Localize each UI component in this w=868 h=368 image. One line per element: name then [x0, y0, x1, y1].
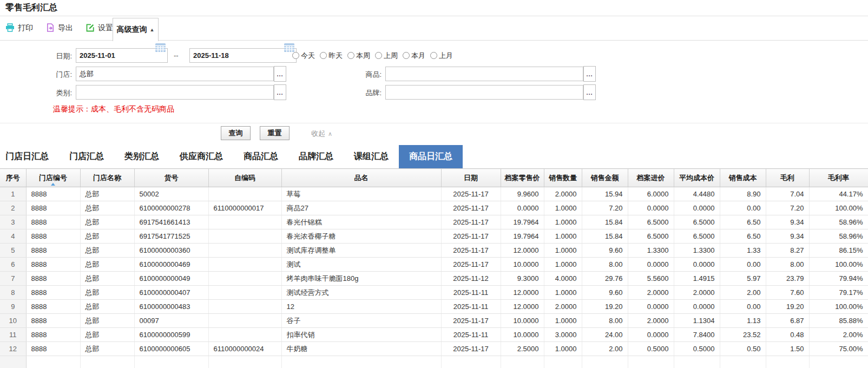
- tab-brand[interactable]: 品牌汇总: [288, 145, 344, 168]
- table-cell: [208, 215, 281, 229]
- column-header-5[interactable]: 品名: [281, 169, 441, 187]
- tab-product-daily[interactable]: 商品日汇总: [399, 145, 463, 168]
- column-header-2[interactable]: 门店名称: [80, 169, 134, 187]
- table-cell: 6.5000: [628, 229, 674, 244]
- table-cell: [208, 229, 281, 244]
- table-row[interactable]: 68888总部6100000000469测试2025-11-1710.00001…: [0, 258, 868, 272]
- tab-supplier[interactable]: 供应商汇总: [169, 145, 233, 168]
- table-cell: 6100000000049: [134, 272, 208, 286]
- table-cell: 6917541771525: [134, 229, 208, 244]
- store-label: 门店:: [49, 70, 72, 80]
- column-header-10[interactable]: 档案进价: [628, 169, 674, 187]
- table-row[interactable]: 18888总部50002草莓2025-11-179.96002.000015.9…: [0, 187, 868, 201]
- settings-button[interactable]: 设置: [86, 23, 113, 34]
- date-from-input[interactable]: [76, 48, 168, 63]
- table-cell: 44.17%: [809, 187, 868, 201]
- table-cell: 8888: [26, 342, 80, 356]
- radio-last-month[interactable]: 上月: [430, 51, 453, 61]
- category-input[interactable]: [76, 85, 274, 100]
- category-picker-button[interactable]: ...: [274, 84, 286, 100]
- table-cell: [208, 328, 281, 342]
- table-row[interactable]: 48888总部6917541771525春光浓香椰子糖2025-11-1719.…: [0, 229, 868, 244]
- table-cell: 草莓: [281, 187, 441, 201]
- brand-picker-button[interactable]: ...: [583, 84, 596, 100]
- table-row[interactable]: 118888总部6100000000599扣率代销2025-11-1110.00…: [0, 328, 868, 342]
- table-cell: [208, 356, 281, 368]
- calendar-icon[interactable]: [155, 43, 166, 54]
- table-row[interactable]: 98888总部6100000000483122025-11-1112.00002…: [0, 300, 868, 314]
- table-cell: 29.76: [582, 272, 628, 286]
- table-cell: [208, 244, 281, 258]
- collapse-arrow-icon: ∧: [328, 130, 332, 137]
- title-bar: 零售毛利汇总: [0, 0, 868, 16]
- product-picker-button[interactable]: ...: [583, 66, 596, 82]
- table-row[interactable]: 78888总部6100000000049烤羊肉串味干脆面180g2025-11-…: [0, 272, 868, 286]
- table-row[interactable]: 128888总部61000000006056110000000024牛奶糖202…: [0, 342, 868, 356]
- reset-button[interactable]: 重置: [260, 126, 290, 140]
- tab-course-group[interactable]: 课组汇总: [344, 145, 399, 168]
- table-row[interactable]: 88888总部6100000000407测试经营方式2025-11-1112.0…: [0, 286, 868, 300]
- product-input[interactable]: [385, 67, 583, 81]
- row-number-cell: 3: [0, 215, 26, 229]
- column-header-6[interactable]: 日期: [441, 169, 501, 187]
- table-cell: [208, 286, 281, 300]
- column-header-1[interactable]: 门店编号: [26, 169, 80, 187]
- table-cell: [134, 356, 208, 368]
- date-to-input[interactable]: [189, 48, 297, 63]
- column-header-label: 销售数量: [549, 174, 577, 182]
- table-cell: 1.0000: [544, 286, 582, 300]
- tab-product[interactable]: 商品汇总: [233, 145, 288, 168]
- table-cell: 6917541661413: [134, 215, 208, 229]
- table-cell: 12.0000: [501, 244, 544, 258]
- query-button[interactable]: 查询: [221, 126, 251, 140]
- table-body: 18888总部50002草莓2025-11-179.96002.000015.9…: [0, 187, 868, 368]
- tab-category[interactable]: 类别汇总: [114, 145, 169, 168]
- table-cell: 19.20: [766, 300, 809, 314]
- print-button[interactable]: 打印: [5, 23, 33, 34]
- table-cell: 9.60: [582, 244, 628, 258]
- store-picker-button[interactable]: ...: [274, 66, 286, 82]
- column-header-0[interactable]: 序号: [0, 169, 26, 187]
- table-cell: 5.97: [720, 272, 766, 286]
- column-header-12[interactable]: 销售成本: [720, 169, 766, 187]
- table-cell: 10.0000: [501, 314, 544, 328]
- tab-store-daily[interactable]: 门店日汇总: [0, 145, 59, 168]
- panel-divider: [0, 123, 868, 123]
- table-cell: 谷子: [281, 314, 441, 328]
- column-header-label: 销售成本: [729, 174, 757, 182]
- column-header-label: 自编码: [234, 174, 255, 182]
- brand-input[interactable]: [385, 85, 583, 100]
- column-header-4[interactable]: 自编码: [208, 169, 281, 187]
- table-row[interactable]: 108888总部00097谷子2025-11-1710.00001.00008.…: [0, 314, 868, 328]
- column-header-3[interactable]: 货号: [134, 169, 208, 187]
- radio-label: 昨天: [328, 51, 343, 61]
- column-header-8[interactable]: 销售数量: [544, 169, 582, 187]
- column-header-7[interactable]: 档案零售价: [501, 169, 544, 187]
- export-button[interactable]: 导出: [46, 23, 73, 34]
- radio-today[interactable]: 今天: [292, 51, 315, 61]
- collapse-button[interactable]: 收起 ∧: [311, 129, 332, 139]
- column-header-13[interactable]: 毛利: [766, 169, 809, 187]
- radio-this-week[interactable]: 本周: [347, 51, 370, 61]
- column-header-9[interactable]: 销售金额: [582, 169, 628, 187]
- radio-last-week[interactable]: 上周: [375, 51, 398, 61]
- table-cell: 0.0000: [628, 201, 674, 215]
- column-header-11[interactable]: 平均成本价: [674, 169, 720, 187]
- table-row[interactable]: 38888总部6917541661413春光什锦糕2025-11-1719.79…: [0, 215, 868, 229]
- column-header-14[interactable]: 毛利率: [809, 169, 868, 187]
- table-cell: 总部: [80, 215, 134, 229]
- radio-yesterday[interactable]: 昨天: [320, 51, 343, 61]
- table-cell: 6.5000: [628, 215, 674, 229]
- advanced-query-button[interactable]: 高级查询 ▲: [113, 18, 159, 41]
- table-row[interactable]: 58888总部6100000000360测试库存调整单2025-11-1712.…: [0, 244, 868, 258]
- column-header-label: 档案零售价: [505, 174, 540, 182]
- tab-store[interactable]: 门店汇总: [59, 145, 114, 168]
- radio-circle-icon: [347, 52, 354, 59]
- radio-this-month[interactable]: 本月: [403, 51, 425, 61]
- store-input[interactable]: [76, 67, 274, 81]
- row-number-cell: 11: [0, 328, 26, 342]
- radio-label: 上周: [384, 51, 398, 61]
- table-row[interactable]: 28888总部61000000002786110000000017商品27202…: [0, 201, 868, 215]
- radio-circle-icon: [375, 52, 382, 59]
- table-cell: 1.4915: [674, 272, 720, 286]
